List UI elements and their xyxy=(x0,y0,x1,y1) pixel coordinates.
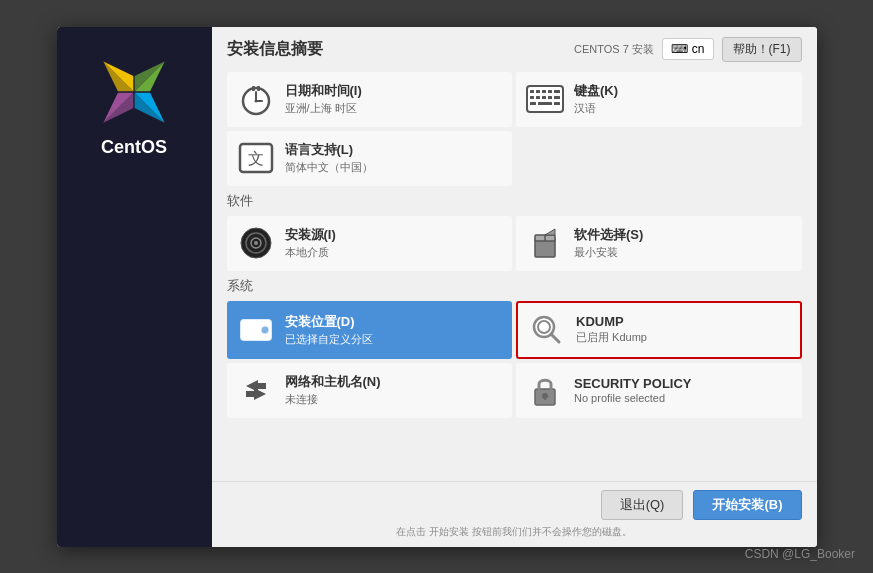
svg-rect-21 xyxy=(554,90,560,93)
install-source-icon xyxy=(237,224,275,262)
svg-rect-18 xyxy=(536,90,540,93)
svg-rect-23 xyxy=(536,96,540,99)
top-header: 安装信息摘要 CENTOS 7 安装 ⌨ cn 帮助！(F1) xyxy=(212,27,817,67)
software-select-item[interactable]: 软件选择(S) 最小安装 xyxy=(516,216,802,271)
page-title: 安装信息摘要 xyxy=(227,39,323,60)
svg-point-35 xyxy=(254,241,258,245)
sidebar-brand: CentOS xyxy=(101,137,167,158)
svg-rect-47 xyxy=(544,396,546,400)
network-subtitle: 未连接 xyxy=(285,392,381,407)
kdump-item[interactable]: KDUMP 已启用 Kdump xyxy=(516,301,802,359)
svg-rect-14 xyxy=(252,86,255,91)
bottom-area: 退出(Q) 开始安装(B) 在点击 开始安装 按钮前我们们并不会操作您的磁盘。 xyxy=(212,481,817,547)
svg-rect-22 xyxy=(530,96,534,99)
svg-rect-26 xyxy=(554,96,560,99)
install-source-item[interactable]: 安装源(I) 本地介质 xyxy=(227,216,513,271)
localization-grid: 日期和时间(I) 亚洲/上海 时区 xyxy=(227,72,802,127)
help-button[interactable]: 帮助！(F1) xyxy=(722,37,802,62)
svg-rect-24 xyxy=(542,96,546,99)
datetime-text: 日期和时间(I) 亚洲/上海 时区 xyxy=(285,82,362,116)
install-source-subtitle: 本地介质 xyxy=(285,245,336,260)
lang-value: cn xyxy=(692,42,705,56)
software-select-title: 软件选择(S) xyxy=(574,226,643,244)
svg-rect-15 xyxy=(257,86,260,91)
keyboard-subtitle: 汉语 xyxy=(574,101,618,116)
bottom-buttons: 退出(Q) 开始安装(B) xyxy=(227,490,802,520)
kdump-icon xyxy=(528,311,566,349)
svg-point-13 xyxy=(254,100,257,103)
network-icon xyxy=(237,371,275,409)
keyboard-item[interactable]: 键盘(K) 汉语 xyxy=(516,72,802,127)
install-location-subtitle: 已选择自定义分区 xyxy=(285,332,373,347)
language-text: 语言支持(L) 简体中文（中国） xyxy=(285,141,373,175)
svg-rect-20 xyxy=(548,90,552,93)
language-subtitle: 简体中文（中国） xyxy=(285,160,373,175)
grid-area: 日期和时间(I) 亚洲/上海 时区 xyxy=(212,67,817,481)
datetime-subtitle: 亚洲/上海 时区 xyxy=(285,101,362,116)
software-select-icon xyxy=(526,224,564,262)
kdump-subtitle: 已启用 Kdump xyxy=(576,330,647,345)
install-source-text: 安装源(I) 本地介质 xyxy=(285,226,336,260)
svg-rect-27 xyxy=(530,102,536,105)
security-item[interactable]: SECURITY POLICY No profile selected xyxy=(516,363,802,418)
svg-rect-25 xyxy=(548,96,552,99)
watermark: CSDN @LG_Booker xyxy=(745,547,855,561)
network-title: 网络和主机名(N) xyxy=(285,373,381,391)
network-item[interactable]: 网络和主机名(N) 未连接 xyxy=(227,363,513,418)
security-text: SECURITY POLICY No profile selected xyxy=(574,376,692,404)
language-grid: 文 语言支持(L) 简体中文（中国） xyxy=(227,131,802,186)
system-grid: 安装位置(D) 已选择自定义分区 xyxy=(227,301,802,418)
language-item[interactable]: 文 语言支持(L) 简体中文（中国） xyxy=(227,131,513,186)
language-icon: 文 xyxy=(237,139,275,177)
main-content: 安装信息摘要 CENTOS 7 安装 ⌨ cn 帮助！(F1) xyxy=(212,27,817,547)
install-location-title: 安装位置(D) xyxy=(285,313,373,331)
install-source-title: 安装源(I) xyxy=(285,226,336,244)
empty-cell xyxy=(516,131,802,186)
software-select-text: 软件选择(S) 最小安装 xyxy=(574,226,643,260)
main-window: CentOS 安装信息摘要 CENTOS 7 安装 ⌨ cn 帮助！(F1) xyxy=(57,27,817,547)
kdump-title: KDUMP xyxy=(576,314,647,329)
keyboard-icon-cell xyxy=(526,80,564,118)
security-icon xyxy=(526,371,564,409)
datetime-title: 日期和时间(I) xyxy=(285,82,362,100)
install-location-icon xyxy=(237,311,275,349)
install-location-item[interactable]: 安装位置(D) 已选择自定义分区 xyxy=(227,301,513,359)
svg-rect-17 xyxy=(530,90,534,93)
svg-rect-28 xyxy=(538,102,552,105)
svg-point-40 xyxy=(261,326,269,334)
network-text: 网络和主机名(N) 未连接 xyxy=(285,373,381,407)
section-software: 软件 xyxy=(227,192,802,210)
bottom-note: 在点击 开始安装 按钮前我们们并不会操作您的磁盘。 xyxy=(227,525,802,539)
keyboard-icon: ⌨ xyxy=(671,42,688,56)
install-location-text: 安装位置(D) 已选择自定义分区 xyxy=(285,313,373,347)
svg-line-44 xyxy=(551,334,559,342)
lang-selector[interactable]: ⌨ cn xyxy=(662,38,714,60)
svg-rect-19 xyxy=(542,90,546,93)
datetime-icon xyxy=(237,80,275,118)
svg-rect-29 xyxy=(554,102,560,105)
kdump-text: KDUMP 已启用 Kdump xyxy=(576,314,647,345)
screen: CentOS 安装信息摘要 CENTOS 7 安装 ⌨ cn 帮助！(F1) xyxy=(0,0,873,573)
sidebar: CentOS xyxy=(57,27,212,547)
centos-logo-icon xyxy=(99,57,169,127)
section-system: 系统 xyxy=(227,277,802,295)
language-title: 语言支持(L) xyxy=(285,141,373,159)
header-right: CENTOS 7 安装 ⌨ cn 帮助！(F1) xyxy=(574,37,802,62)
centos-install-label: CENTOS 7 安装 xyxy=(574,42,654,57)
software-select-subtitle: 最小安装 xyxy=(574,245,643,260)
keyboard-text: 键盘(K) 汉语 xyxy=(574,82,618,116)
security-title: SECURITY POLICY xyxy=(574,376,692,391)
datetime-item[interactable]: 日期和时间(I) 亚洲/上海 时区 xyxy=(227,72,513,127)
svg-text:文: 文 xyxy=(248,150,264,167)
software-grid: 安装源(I) 本地介质 xyxy=(227,216,802,271)
keyboard-title: 键盘(K) xyxy=(574,82,618,100)
quit-button[interactable]: 退出(Q) xyxy=(601,490,684,520)
security-subtitle: No profile selected xyxy=(574,392,692,404)
start-install-button[interactable]: 开始安装(B) xyxy=(693,490,801,520)
